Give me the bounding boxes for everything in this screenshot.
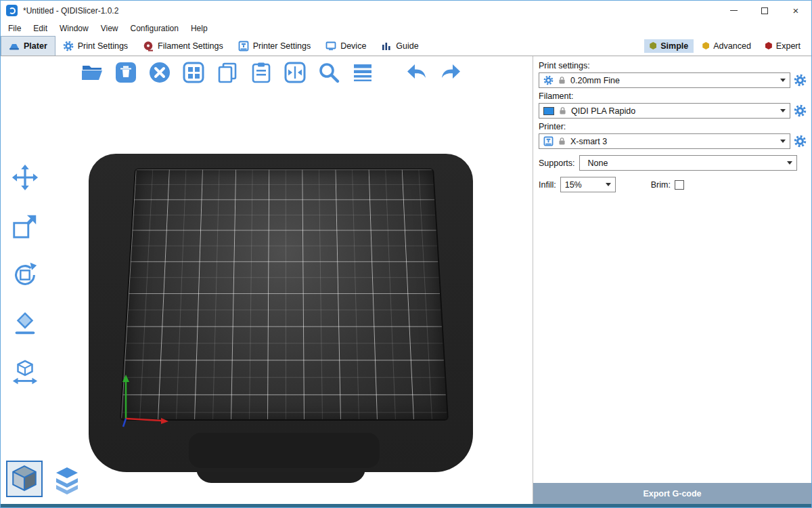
export-gcode-button[interactable]: Export G-code <box>533 483 811 504</box>
open-file-icon <box>81 61 104 84</box>
copy-button[interactable] <box>215 60 240 85</box>
edit-printer-button[interactable] <box>794 135 807 148</box>
print-settings-label: Print settings: <box>539 61 807 70</box>
supports-row: Supports: None <box>539 155 807 171</box>
window-title: *Untitled - QIDISlicer-1.0.2 <box>23 6 118 16</box>
plater-toolbar <box>79 60 464 85</box>
arrange-button[interactable] <box>181 60 206 85</box>
edit-print-settings-button[interactable] <box>794 74 807 87</box>
print-settings-row: 0.20mm Fine <box>539 72 807 88</box>
tab-label: Filament Settings <box>158 41 223 51</box>
move-button[interactable] <box>9 162 41 193</box>
place-on-face-button[interactable] <box>9 308 41 339</box>
variable-layer-height-icon <box>351 61 374 84</box>
paste-icon <box>250 61 273 84</box>
open-file-button[interactable] <box>79 60 105 85</box>
delete-button[interactable] <box>113 60 139 85</box>
split-button[interactable] <box>282 60 308 85</box>
close-button[interactable]: × <box>780 1 811 20</box>
delete-all-button[interactable] <box>147 60 173 85</box>
filament-row: QIDI PLA Rapido <box>539 103 807 119</box>
arrange-icon <box>182 61 205 84</box>
tab-printer-settings[interactable]: Printer Settings <box>231 36 318 56</box>
bed-front-notch <box>189 433 380 468</box>
window-controls: × <box>718 1 811 20</box>
scale-to-fit-icon <box>11 358 39 387</box>
print-settings-select[interactable]: 0.20mm Fine <box>539 72 790 88</box>
infill-select[interactable]: 15% <box>560 177 616 192</box>
tab-guide[interactable]: Guide <box>374 36 426 56</box>
printer-icon <box>543 136 554 146</box>
mode-advanced[interactable]: Advanced <box>697 39 757 53</box>
preview-layers-button[interactable] <box>51 465 83 497</box>
filament-color-swatch <box>543 107 554 115</box>
tab-print-settings[interactable]: Print Settings <box>55 36 135 56</box>
maximize-button[interactable] <box>749 1 780 20</box>
delete-all-icon <box>148 61 171 84</box>
chevron-down-icon <box>780 109 786 112</box>
tab-label: Print Settings <box>78 41 128 51</box>
plater-icon <box>9 41 20 51</box>
scale-to-fit-button[interactable] <box>9 357 41 388</box>
tab-label: Device <box>340 41 366 51</box>
supports-select[interactable]: None <box>579 155 797 171</box>
simple-mode-dot-icon <box>650 42 656 49</box>
app-window: *Untitled - QIDISlicer-1.0.2 × File Edit… <box>0 0 812 508</box>
filament-label: Filament: <box>539 91 807 101</box>
menu-edit[interactable]: Edit <box>27 22 53 35</box>
tab-plater[interactable]: Plater <box>1 36 55 56</box>
gear-icon <box>543 75 554 85</box>
mode-selector: Simple Advanced Expert <box>644 36 811 56</box>
variable-layer-height-button[interactable] <box>350 60 376 85</box>
tab-bar: Plater Print Settings Filament Settings … <box>1 36 811 56</box>
gear-icon <box>794 135 807 148</box>
delete-icon <box>114 61 137 84</box>
undo-icon <box>405 61 428 84</box>
settings-sidebar: Print settings: 0.20mm Fine Filament: QI… <box>533 56 811 504</box>
tab-label: Printer Settings <box>253 41 311 51</box>
scale-button[interactable] <box>9 211 41 242</box>
filament-spool-icon <box>143 41 154 51</box>
mode-expert[interactable]: Expert <box>760 39 806 53</box>
redo-button[interactable] <box>438 60 464 85</box>
menu-window[interactable]: Window <box>53 22 95 35</box>
maximize-icon <box>761 7 768 14</box>
search-icon <box>317 61 340 84</box>
filament-select[interactable]: QIDI PLA Rapido <box>539 103 790 119</box>
printer-select[interactable]: X-smart 3 <box>539 133 790 149</box>
filament-value: QIDI PLA Rapido <box>571 106 635 116</box>
menu-help[interactable]: Help <box>185 22 214 35</box>
gear-icon <box>794 74 807 87</box>
place-on-face-icon <box>11 310 39 338</box>
undo-button[interactable] <box>404 60 430 85</box>
guide-icon <box>381 41 392 51</box>
3d-viewport[interactable] <box>1 56 533 504</box>
search-button[interactable] <box>316 60 342 85</box>
3d-editor-view-button[interactable] <box>6 461 43 497</box>
chevron-down-icon <box>787 161 792 165</box>
mode-simple[interactable]: Simple <box>644 39 694 53</box>
infill-brim-row: Infill: 15% Brim: <box>539 177 807 192</box>
move-icon <box>11 163 39 192</box>
chevron-down-icon <box>606 183 611 186</box>
lock-icon <box>558 137 566 146</box>
gear-icon <box>794 104 807 117</box>
minimize-button[interactable] <box>718 1 749 20</box>
brim-checkbox[interactable] <box>675 180 684 190</box>
tab-device[interactable]: Device <box>318 36 374 56</box>
lock-icon <box>558 106 567 115</box>
printer-row: X-smart 3 <box>539 133 807 149</box>
preview-layers-icon <box>52 466 82 496</box>
rotate-button[interactable] <box>9 259 41 291</box>
mode-label: Simple <box>660 41 688 51</box>
tab-label: Plater <box>24 41 47 51</box>
paste-button[interactable] <box>248 60 274 85</box>
tab-label: Guide <box>396 41 418 51</box>
edit-filament-button[interactable] <box>794 104 807 117</box>
gizmo-toolbar <box>9 162 41 388</box>
tab-filament-settings[interactable]: Filament Settings <box>135 36 231 56</box>
menu-view[interactable]: View <box>95 22 125 35</box>
menu-configuration[interactable]: Configuration <box>125 22 185 35</box>
menu-file[interactable]: File <box>2 22 27 35</box>
title-bar: *Untitled - QIDISlicer-1.0.2 × <box>1 1 811 20</box>
